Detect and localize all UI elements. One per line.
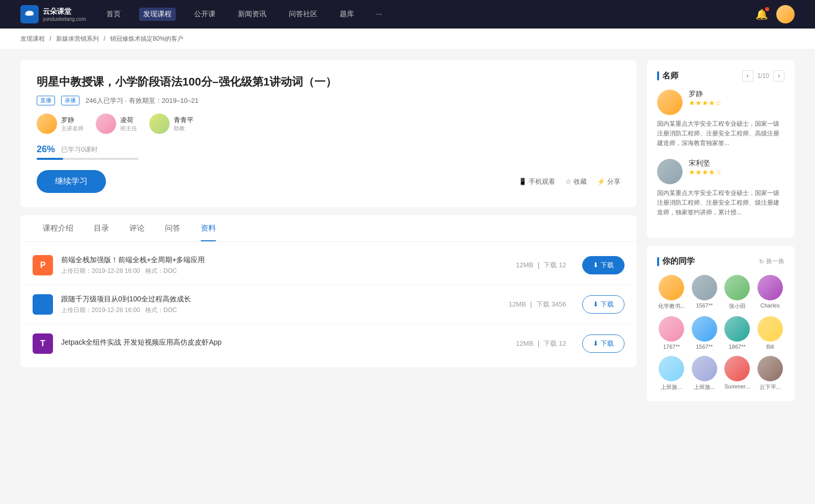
- teacher-name-1: 罗静: [61, 116, 84, 125]
- teacher-2: 凌荷 班主任: [96, 114, 137, 134]
- action-share[interactable]: ⚡ 分享: [597, 177, 620, 186]
- course-meta-text: 246人已学习 · 有效期至：2019–10–21: [86, 96, 199, 105]
- classmate-8[interactable]: Bill: [756, 316, 785, 350]
- teacher-name-3: 青青平: [174, 116, 194, 125]
- classmate-2[interactable]: 1567**: [690, 275, 719, 310]
- badge-rec: 录播: [61, 96, 79, 105]
- nav-more[interactable]: ···: [372, 8, 387, 21]
- action-collect[interactable]: ☆ 收藏: [565, 177, 587, 186]
- file-name-1: 前端全栈加强版！前端全栈+全周期+多端应用: [61, 256, 508, 265]
- file-name-3: Jetpack全组件实战 开发短视频应用高仿皮皮虾App: [61, 338, 508, 347]
- classmate-avatar-1: [659, 275, 684, 300]
- tab-intro[interactable]: 课程介绍: [33, 215, 84, 241]
- main-layout: 明星中教授课，小学阶段语法100分–强化级第1讲动词（一） 直播 录播 246人…: [0, 50, 815, 419]
- svg-point-1: [25, 13, 30, 16]
- tabs-header: 课程介绍 目录 评论 问答 资料: [20, 215, 637, 242]
- file-meta-2: 上传日期：2019-12-28 16:00 格式：DOC: [61, 306, 501, 315]
- teacher-info-2: 凌荷 班主任: [120, 116, 137, 132]
- nav-open[interactable]: 公开课: [190, 8, 220, 21]
- classmate-name-9: 上班族...: [661, 383, 682, 391]
- classmates-card-header: 你的同学 ↻ 换一换: [657, 256, 784, 267]
- file-icon-3: T: [33, 333, 53, 354]
- classmate-9[interactable]: 上班族...: [657, 356, 686, 391]
- classmate-10[interactable]: 上班族...: [690, 356, 719, 391]
- teacher-3: 青青平 助教: [149, 114, 194, 134]
- user-avatar[interactable]: [776, 5, 795, 23]
- nav-home[interactable]: 首页: [102, 8, 125, 21]
- classmate-4[interactable]: Charles: [756, 275, 785, 310]
- classmate-name-10: 上班族...: [694, 383, 715, 391]
- classmate-avatar-4: [757, 275, 783, 300]
- action-phone-label: 手机观看: [529, 177, 555, 186]
- breadcrumb-sep-1: /: [49, 35, 51, 42]
- teachers-card-header: 名师 ‹ 1/10 ›: [657, 70, 784, 81]
- teachers-pagination: ‹ 1/10 ›: [742, 70, 784, 81]
- main-content: 明星中教授课，小学阶段语法100分–强化级第1讲动词（一） 直播 录播 246人…: [20, 60, 637, 409]
- file-item: 👤 跟随千万级项目从0到100全过程高效成长 上传日期：2019-12-28 1…: [20, 285, 637, 324]
- classmate-3[interactable]: 张小田: [723, 275, 752, 310]
- download-button-3[interactable]: ⬇ 下载: [582, 334, 624, 353]
- classmate-avatar-8: [757, 316, 783, 342]
- classmate-1[interactable]: 化学教书...: [657, 275, 686, 310]
- classmate-5[interactable]: 1767**: [657, 316, 686, 350]
- file-stats-1: 12MB ｜ 下载 12: [516, 261, 566, 270]
- classmate-avatar-10: [692, 356, 717, 381]
- share-icon: ⚡: [597, 178, 605, 185]
- breadcrumb-item-3[interactable]: 销冠修炼术搞定80%的客户: [110, 35, 183, 42]
- action-links: 📱 手机观看 ☆ 收藏 ⚡ 分享: [519, 177, 620, 186]
- classmate-11[interactable]: Summer...: [723, 356, 752, 391]
- breadcrumb: 发现课程 / 新媒体营销系列 / 销冠修炼术搞定80%的客户: [0, 29, 815, 50]
- notification-dot: [765, 7, 769, 11]
- classmate-name-8: Bill: [766, 344, 774, 350]
- teacher-card-name-2: 宋利坚: [689, 159, 722, 168]
- download-button-1[interactable]: ⬇ 下载: [582, 256, 624, 274]
- notification-bell[interactable]: 🔔: [755, 8, 768, 20]
- teachers-next-button[interactable]: ›: [773, 70, 784, 81]
- nav-qa[interactable]: 问答社区: [285, 8, 321, 21]
- nav-news[interactable]: 新闻资讯: [234, 8, 270, 21]
- teacher-card-avatar-1: [657, 90, 683, 115]
- classmates-card: 你的同学 ↻ 换一换 化学教书... 1567** 张小田: [647, 246, 795, 401]
- logo[interactable]: 云朵课堂 yunduoketang.com: [20, 5, 86, 23]
- classmates-refresh[interactable]: ↻ 换一换: [759, 257, 784, 266]
- continue-button[interactable]: 继续学习: [37, 170, 106, 193]
- classmate-6[interactable]: 1567**: [690, 316, 719, 350]
- nav-discover[interactable]: 发现课程: [139, 8, 176, 21]
- classmate-name-1: 化学教书...: [658, 302, 685, 310]
- nav-quiz[interactable]: 题库: [336, 8, 358, 21]
- classmate-name-3: 张小田: [729, 302, 746, 310]
- classmate-name-6: 1567**: [696, 344, 713, 350]
- file-stats-3: 12MB ｜ 下载 12: [516, 339, 566, 348]
- breadcrumb-sep-2: /: [103, 35, 105, 42]
- download-button-2[interactable]: ⬇ 下载: [582, 295, 624, 314]
- tab-toc[interactable]: 目录: [84, 215, 119, 241]
- teacher-1: 罗静 主讲老师: [37, 114, 84, 134]
- teacher-role-3: 助教: [174, 125, 194, 132]
- tab-review[interactable]: 评论: [119, 215, 155, 241]
- file-list: P 前端全栈加强版！前端全栈+全周期+多端应用 上传日期：2019-12-28 …: [20, 242, 637, 367]
- refresh-icon: ↻: [759, 258, 764, 265]
- tabs-card: 课程介绍 目录 评论 问答 资料 P 前端全栈加强版！前端全栈+全周期+多端应用…: [20, 215, 637, 367]
- classmate-12[interactable]: 云下平...: [756, 356, 785, 391]
- classmate-avatar-7: [724, 316, 750, 342]
- course-card: 明星中教授课，小学阶段语法100分–强化级第1讲动词（一） 直播 录播 246人…: [20, 60, 637, 207]
- classmate-7[interactable]: 1867**: [723, 316, 752, 350]
- breadcrumb-item-2[interactable]: 新媒体营销系列: [56, 35, 99, 42]
- teacher-card-top-1: 罗静 ★★★★☆: [657, 90, 784, 115]
- classmate-avatar-12: [757, 356, 783, 381]
- action-phone[interactable]: 📱 手机观看: [519, 177, 555, 186]
- file-icon-2: 👤: [33, 294, 53, 315]
- breadcrumb-item-1[interactable]: 发现课程: [20, 35, 45, 42]
- teacher-info-3: 青青平 助教: [174, 116, 194, 132]
- classmate-name-4: Charles: [760, 302, 780, 309]
- tab-materials[interactable]: 资料: [191, 215, 226, 241]
- teachers-prev-button[interactable]: ‹: [742, 70, 753, 81]
- classmate-avatar-5: [659, 316, 684, 342]
- nav-right: 🔔: [755, 5, 795, 23]
- classmates-title: 你的同学: [657, 256, 695, 267]
- teachers-page: 1/10: [757, 72, 769, 79]
- teacher-avatar-1: [37, 114, 57, 134]
- tab-qa[interactable]: 问答: [155, 215, 191, 241]
- file-info-1: 前端全栈加强版！前端全栈+全周期+多端应用 上传日期：2019-12-28 16…: [61, 256, 508, 275]
- file-item: T Jetpack全组件实战 开发短视频应用高仿皮皮虾App 12MB ｜ 下载…: [20, 324, 637, 363]
